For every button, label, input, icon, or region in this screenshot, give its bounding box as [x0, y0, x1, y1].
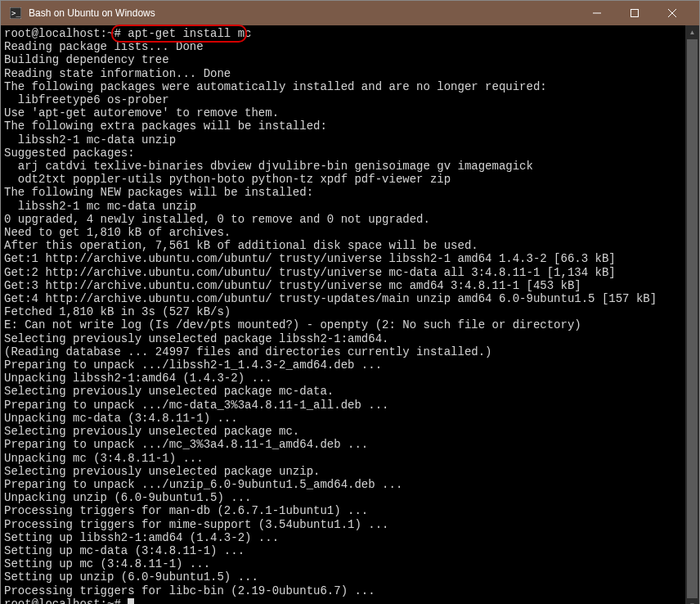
output-line: Unpacking mc (3:4.8.11-1) ...	[4, 452, 682, 465]
terminal-window: >_ Bash on Ubuntu on Windows	[0, 0, 700, 604]
output-line: The following extra packages will be ins…	[4, 119, 682, 133]
output-line: Preparing to unpack .../mc_3%3a4.8.11-1_…	[4, 438, 682, 451]
scroll-down-arrow-icon[interactable]: ▼	[685, 598, 699, 604]
output-line: Building dependency tree	[4, 53, 682, 66]
output-line: Setting up unzip (6.0-9ubuntu1.5) ...	[4, 570, 682, 584]
output-line: Setting up mc (3:4.8.11-1) ...	[4, 557, 682, 570]
output-line: Use 'apt-get autoremove' to remove them.	[4, 106, 682, 119]
output-line: Processing triggers for man-db (2.6.7.1-…	[4, 504, 682, 517]
app-icon: >_	[9, 7, 22, 20]
output-line: arj catdvi texlive-binaries dbview djvul…	[4, 160, 682, 173]
minimize-icon	[593, 9, 601, 17]
output-line: E: Can not write log (Is /dev/pts mounte…	[4, 318, 682, 331]
close-button[interactable]	[653, 1, 691, 25]
output-line: Preparing to unpack .../libssh2-1_1.4.3-…	[4, 358, 682, 372]
output-line: Fetched 1,810 kB in 3s (527 kB/s)	[4, 305, 682, 318]
output-line: Processing triggers for libc-bin (2.19-0…	[4, 584, 682, 597]
output-line: Selecting previously unselected package …	[4, 425, 682, 438]
prompt: root@localhost:~#	[4, 597, 121, 604]
scrollbar[interactable]: ▲ ▼	[685, 25, 699, 604]
close-icon	[668, 9, 676, 17]
output-line: 0 upgraded, 4 newly installed, 0 to remo…	[4, 213, 682, 226]
command-text: apt-get install mc	[128, 27, 251, 40]
scrollbar-thumb[interactable]	[687, 39, 698, 598]
maximize-icon	[630, 9, 639, 17]
cursor-icon	[128, 598, 134, 604]
output-line: Setting up mc-data (3:4.8.11-1) ...	[4, 544, 682, 557]
scrollbar-track[interactable]	[685, 39, 699, 598]
output-line: Get:2 http://archive.ubuntu.com/ubuntu/ …	[4, 266, 682, 279]
output-line: Setting up libssh2-1:amd64 (1.4.3-2) ...	[4, 531, 682, 544]
titlebar[interactable]: >_ Bash on Ubuntu on Windows	[1, 1, 699, 25]
output-line: The following NEW packages will be insta…	[4, 186, 682, 199]
output-line: Get:1 http://archive.ubuntu.com/ubuntu/ …	[4, 252, 682, 265]
output-line: Preparing to unpack .../mc-data_3%3a4.8.…	[4, 399, 682, 412]
output-line: odt2txt poppler-utils python-boto python…	[4, 173, 682, 186]
svg-rect-3	[631, 10, 639, 17]
output-line: The following packages were automaticall…	[4, 80, 682, 93]
output-line: libfreetype6 os-prober	[4, 93, 682, 106]
output-line: Reading package lists... Done	[4, 40, 682, 53]
output-line: Selecting previously unselected package …	[4, 465, 682, 478]
output-line: Need to get 1,810 kB of archives.	[4, 226, 682, 239]
maximize-button[interactable]	[616, 1, 653, 25]
window-title: Bash on Ubuntu on Windows	[29, 7, 578, 19]
output-line: Unpacking mc-data (3:4.8.11-1) ...	[4, 412, 682, 425]
output-line: libssh2-1 mc mc-data unzip	[4, 200, 682, 213]
output-line: Selecting previously unselected package …	[4, 332, 682, 345]
terminal-output: Reading package lists... DoneBuilding de…	[4, 40, 682, 597]
output-line: (Reading database ... 24997 files and di…	[4, 345, 682, 358]
output-line: Suggested packages:	[4, 146, 682, 160]
output-line: Unpacking unzip (6.0-9ubuntu1.5) ...	[4, 491, 682, 504]
output-line: Unpacking libssh2-1:amd64 (1.4.3-2) ...	[4, 372, 682, 385]
output-line: Preparing to unpack .../unzip_6.0-9ubunt…	[4, 478, 682, 491]
terminal-content[interactable]: root@localhost:~# apt-get install mcRead…	[1, 25, 685, 604]
prompt: root@localhost:~#	[4, 27, 121, 40]
terminal-area: root@localhost:~# apt-get install mcRead…	[1, 25, 699, 604]
svg-text:>_: >_	[11, 9, 20, 17]
output-line: Processing triggers for mime-support (3.…	[4, 518, 682, 531]
scroll-up-arrow-icon[interactable]: ▲	[685, 25, 699, 39]
output-line: Reading state information... Done	[4, 67, 682, 80]
output-line: After this operation, 7,561 kB of additi…	[4, 239, 682, 252]
minimize-button[interactable]	[578, 1, 616, 25]
output-line: Get:4 http://archive.ubuntu.com/ubuntu/ …	[4, 292, 682, 305]
output-line: Get:3 http://archive.ubuntu.com/ubuntu/ …	[4, 279, 682, 292]
output-line: Selecting previously unselected package …	[4, 385, 682, 398]
output-line: libssh2-1 mc-data unzip	[4, 133, 682, 146]
window-controls	[578, 1, 691, 25]
